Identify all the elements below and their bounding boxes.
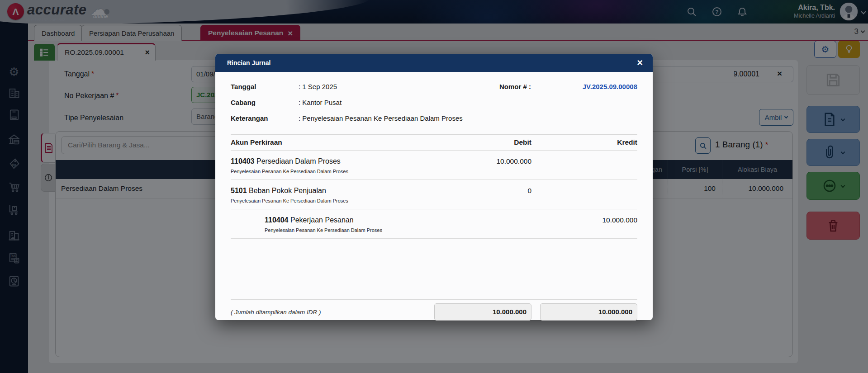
journal-row-description: Penyelesaian Pesanan Ke Persediaan Dalam… xyxy=(231,227,637,233)
keterangan-value: : Penyelesaian Pesanan Ke Persediaan Dal… xyxy=(299,114,463,122)
debit-amount xyxy=(436,216,531,224)
journal-row: 5101 Beban Pokok Penjualan0Penyelesaian … xyxy=(231,180,637,209)
cabang-value: : Kantor Pusat xyxy=(299,99,342,106)
journal-row-description: Penyelesaian Pesanan Ke Persediaan Dalam… xyxy=(231,169,637,174)
tanggal-label: Tanggal xyxy=(231,83,299,90)
account-name: 5101 Beban Pokok Penjualan xyxy=(231,187,436,195)
debit-amount: 10.000.000 xyxy=(436,157,531,165)
account-name: 110403 Persediaan Dalam Proses xyxy=(231,157,436,165)
keterangan-row: Keterangan : Penyelesaian Pesanan Ke Per… xyxy=(231,114,637,130)
journal-row: 110403 Persediaan Dalam Proses10.000.000… xyxy=(231,151,637,180)
debit-amount: 0 xyxy=(436,187,531,195)
tanggal-row: Tanggal : 1 Sep 2025 Nomor # : JV.2025.0… xyxy=(231,83,637,99)
kredit-amount xyxy=(531,187,637,195)
total-debit-box: 10.000.000 xyxy=(434,303,531,321)
nomor-label: Nomor # : xyxy=(499,83,531,90)
column-debit: Debit xyxy=(436,138,531,146)
modal-header: Rincian Jurnal × xyxy=(215,54,653,72)
kredit-amount: 10.000.000 xyxy=(531,216,637,224)
modal-body: Tanggal : 1 Sep 2025 Nomor # : JV.2025.0… xyxy=(215,72,653,320)
column-akun-perkiraan: Akun Perkiraan xyxy=(231,138,436,146)
cabang-label: Cabang xyxy=(231,99,299,106)
app-screen: Λ accurate ☁ online v1.0.1#3167-2069883 … xyxy=(0,0,868,373)
journal-row: 110404 Pekerjaan Pesanan10.000.000Penyel… xyxy=(231,209,637,239)
nomor-link[interactable]: JV.2025.09.00008 xyxy=(531,83,637,90)
cabang-row: Cabang : Kantor Pusat xyxy=(231,99,637,114)
close-modal-icon[interactable]: × xyxy=(637,58,643,68)
tanggal-value: : 1 Sep 2025 xyxy=(299,83,337,90)
rincian-jurnal-modal: Rincian Jurnal × Tanggal : 1 Sep 2025 No… xyxy=(215,54,653,320)
keterangan-label: Keterangan xyxy=(231,114,299,122)
column-kredit: Kredit xyxy=(531,138,637,146)
total-kredit-box: 10.000.000 xyxy=(540,303,637,321)
modal-title: Rincian Jurnal xyxy=(227,59,270,66)
journal-table-header: Akun Perkiraan Debit Kredit xyxy=(231,135,637,150)
journal-row-description: Penyelesaian Pesanan Ke Persediaan Dalam… xyxy=(231,198,637,203)
journal-rows: 110403 Persediaan Dalam Proses10.000.000… xyxy=(231,151,637,239)
currency-note: ( Jumlah ditampilkan dalam IDR ) xyxy=(231,309,321,316)
kredit-amount xyxy=(531,157,637,165)
account-name: 110404 Pekerjaan Pesanan xyxy=(265,216,436,224)
modal-footer: ( Jumlah ditampilkan dalam IDR ) 10.000.… xyxy=(231,299,637,321)
